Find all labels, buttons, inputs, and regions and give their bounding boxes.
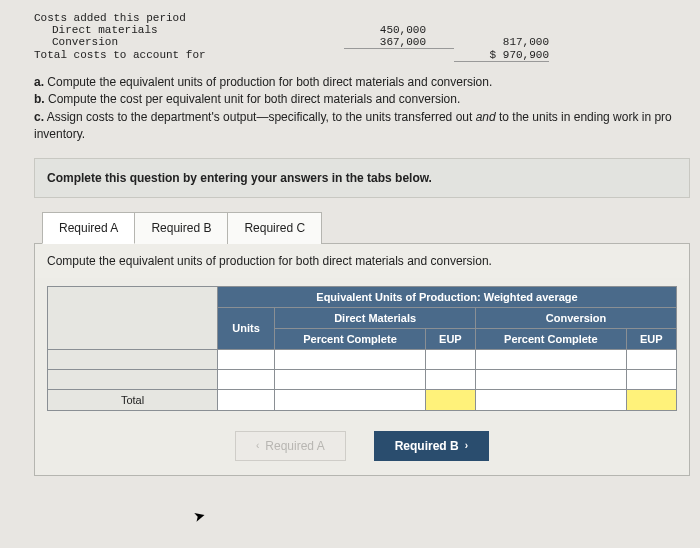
cell-input[interactable] bbox=[626, 349, 676, 369]
next-label: Required B bbox=[395, 439, 459, 453]
question-list: a. Compute the equivalent units of produ… bbox=[34, 74, 694, 144]
question-c-label: c. bbox=[34, 110, 44, 124]
cell-total bbox=[218, 389, 275, 410]
question-c-and: and bbox=[476, 110, 496, 124]
eup-table: Equivalent Units of Production: Weighted… bbox=[47, 286, 677, 411]
complete-instruction: Complete this question by entering your … bbox=[34, 158, 690, 198]
question-a-label: a. bbox=[34, 75, 44, 89]
nav-buttons: ‹ Required A Required B › bbox=[35, 425, 689, 475]
table-total-row: Total bbox=[48, 389, 677, 410]
cell-total bbox=[476, 389, 627, 410]
cell-input[interactable] bbox=[425, 369, 475, 389]
question-b-label: b. bbox=[34, 92, 45, 106]
col-conversion: Conversion bbox=[476, 307, 677, 328]
cell-input[interactable] bbox=[425, 349, 475, 369]
question-a-text: Compute the equivalent units of producti… bbox=[44, 75, 492, 89]
next-button[interactable]: Required B › bbox=[374, 431, 489, 461]
col-conv-eup: EUP bbox=[626, 328, 676, 349]
tab-required-a[interactable]: Required A bbox=[42, 212, 135, 244]
cell-input[interactable] bbox=[218, 369, 275, 389]
table-title: Equivalent Units of Production: Weighted… bbox=[218, 286, 677, 307]
chevron-left-icon: ‹ bbox=[256, 440, 259, 451]
cell-total-highlight bbox=[425, 389, 475, 410]
prev-label: Required A bbox=[265, 439, 324, 453]
tab-required-c[interactable]: Required C bbox=[227, 212, 322, 244]
chevron-right-icon: › bbox=[465, 440, 468, 451]
col-dm-eup: EUP bbox=[425, 328, 475, 349]
question-inventory: inventory. bbox=[34, 126, 694, 143]
cost-row-label: Conversion bbox=[34, 36, 344, 49]
total-costs-label: Total costs to account for bbox=[34, 49, 344, 62]
tab-content: Compute the equivalent units of producti… bbox=[34, 243, 690, 476]
costs-added-section: Costs added this period Direct materials… bbox=[34, 12, 700, 62]
costs-header: Costs added this period bbox=[34, 12, 344, 24]
col-direct-materials: Direct Materials bbox=[275, 307, 476, 328]
table-row bbox=[48, 349, 677, 369]
question-c-post: to the units in ending work in pro bbox=[496, 110, 672, 124]
tab-required-b[interactable]: Required B bbox=[134, 212, 228, 244]
cell-input[interactable] bbox=[626, 369, 676, 389]
cursor-icon: ➤ bbox=[192, 507, 208, 526]
col-units: Units bbox=[218, 307, 275, 349]
total-costs-value: $ 970,900 bbox=[454, 49, 549, 62]
question-b-text: Compute the cost per equivalent unit for… bbox=[45, 92, 461, 106]
cost-row-value: 450,000 bbox=[344, 24, 454, 36]
col-dm-percent: Percent Complete bbox=[275, 328, 426, 349]
cell-input[interactable] bbox=[275, 369, 426, 389]
row-label-input[interactable] bbox=[48, 349, 218, 369]
total-label: Total bbox=[48, 389, 218, 410]
prev-button[interactable]: ‹ Required A bbox=[235, 431, 346, 461]
cost-row-value: 367,000 bbox=[344, 36, 454, 49]
tabs: Required A Required B Required C bbox=[42, 212, 700, 244]
cost-row-value2: 817,000 bbox=[454, 36, 549, 49]
cost-row-label: Direct materials bbox=[34, 24, 344, 36]
table-row bbox=[48, 369, 677, 389]
cell-input[interactable] bbox=[476, 369, 627, 389]
table-corner bbox=[48, 286, 218, 349]
cell-input[interactable] bbox=[476, 349, 627, 369]
question-c-pre: Assign costs to the department's output—… bbox=[44, 110, 476, 124]
col-conv-percent: Percent Complete bbox=[476, 328, 627, 349]
cell-total bbox=[275, 389, 426, 410]
cell-input[interactable] bbox=[218, 349, 275, 369]
row-label-input[interactable] bbox=[48, 369, 218, 389]
cell-total-highlight bbox=[626, 389, 676, 410]
tab-instruction: Compute the equivalent units of producti… bbox=[35, 244, 689, 278]
cell-input[interactable] bbox=[275, 349, 426, 369]
cost-row-value2 bbox=[454, 24, 549, 36]
